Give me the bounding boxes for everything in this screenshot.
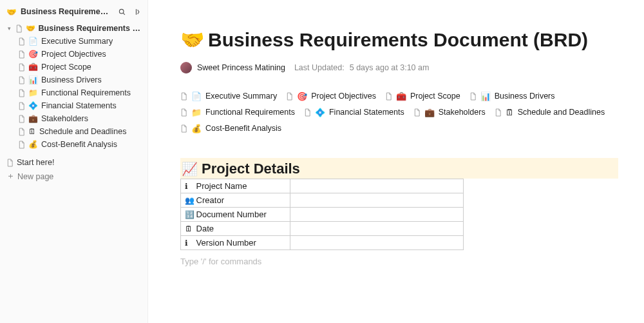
page-label: Project Objectives	[41, 50, 106, 59]
subpage-chips: 📄Executive Summary🎯Project Objectives🧰Pr…	[180, 92, 618, 133]
sidebar-new-page[interactable]: ＋ New page	[3, 169, 145, 184]
sidebar-item[interactable]: 🗓Schedule and Deadlines	[4, 125, 144, 138]
page-icon	[413, 108, 421, 117]
search-icon[interactable]	[117, 6, 127, 17]
page-label: Stakeholders	[41, 114, 88, 123]
chip-label: Financial Statements	[329, 108, 404, 117]
page-title-emoji: 🤝	[180, 29, 204, 52]
subpage-chip[interactable]: 📊Business Drivers	[469, 92, 555, 101]
sidebar: 🤝 Business Requirements Docum… ▾ 🤝 Busin…	[0, 0, 148, 323]
chip-label: Cost-Benefit Analysis	[205, 124, 281, 133]
table-value[interactable]	[290, 235, 464, 250]
page-icon	[385, 92, 392, 101]
svg-line-1	[123, 13, 125, 15]
sidebar-item[interactable]: 🧰Project Scope	[4, 61, 144, 73]
page-icon	[180, 92, 187, 101]
sidebar-flat: Start here! ＋ New page	[3, 156, 145, 184]
table-row: ℹ Version Number	[181, 235, 464, 250]
page-label: Business Requirements Document …	[39, 24, 141, 33]
subpage-chip[interactable]: 📁Functional Requirements	[180, 108, 295, 117]
table-key: ℹ Project Name	[181, 179, 290, 193]
svg-point-0	[119, 9, 124, 14]
subpage-chip[interactable]: 💠Financial Statements	[304, 108, 404, 117]
page-emoji: 🤝	[26, 24, 35, 33]
table-value[interactable]	[290, 207, 464, 221]
author-name[interactable]: Sweet Princess Matining	[197, 63, 285, 72]
page-emoji: 📊	[28, 75, 38, 84]
collapse-icon[interactable]	[131, 6, 141, 17]
page-label: Functional Requirements	[41, 88, 131, 97]
workspace-emoji: 🤝	[6, 7, 17, 17]
chip-label: Business Drivers	[495, 92, 555, 101]
sidebar-item[interactable]: 💠Financial Statements	[4, 99, 144, 112]
page-label: Project Scope	[41, 63, 91, 72]
page-title[interactable]: 🤝 Business Requirements Document (BRD)	[180, 29, 618, 52]
page-icon	[286, 92, 293, 101]
page-icon	[18, 102, 25, 110]
table-key: ℹ Version Number	[181, 235, 290, 250]
sidebar-item[interactable]: 💼Stakeholders	[4, 112, 144, 125]
sidebar-item[interactable]: 📄Executive Summary	[4, 35, 144, 48]
caret-down-icon[interactable]: ▾	[6, 25, 12, 32]
chip-label: Project Scope	[410, 92, 460, 101]
table-value[interactable]	[290, 179, 464, 193]
chip-emoji: 💼	[424, 108, 435, 117]
new-page-label: New page	[17, 172, 53, 181]
page-emoji: 🗓	[28, 127, 36, 136]
chip-emoji: 🎯	[297, 92, 307, 101]
page-icon	[18, 141, 25, 149]
sidebar-item[interactable]: 📊Business Drivers	[4, 73, 144, 86]
page-label: Business Drivers	[41, 75, 102, 84]
subpage-chip[interactable]: 🗓Schedule and Deadlines	[495, 108, 605, 117]
page-icon	[18, 115, 25, 123]
page-emoji: 🧰	[28, 63, 38, 72]
page-icon	[18, 89, 25, 97]
avatar[interactable]	[180, 62, 192, 73]
main-content: 🤝 Business Requirements Document (BRD) S…	[148, 0, 644, 323]
page-emoji: 💼	[28, 114, 38, 123]
page-title-text: Business Requirements Document (BRD)	[208, 29, 588, 52]
sidebar-item[interactable]: 🎯Project Objectives	[4, 48, 144, 61]
sidebar-item[interactable]: 💰Cost-Benefit Analysis	[4, 138, 144, 151]
updated-label: Last Updated:	[294, 63, 345, 72]
section-emoji: 📈	[182, 161, 198, 177]
table-row: 🗓 Date	[181, 221, 464, 235]
sidebar-item[interactable]: 📁Functional Requirements	[4, 86, 144, 99]
byline: Sweet Princess Matining Last Updated: 5 …	[180, 62, 618, 73]
field-icon: ℹ	[185, 182, 194, 191]
plus-icon: ＋	[6, 171, 14, 182]
page-icon	[18, 50, 25, 59]
table-value[interactable]	[290, 193, 464, 207]
subpage-chip[interactable]: 🧰Project Scope	[385, 92, 460, 101]
editor-placeholder[interactable]: Type '/' for commands	[180, 257, 618, 266]
page-emoji: 📄	[28, 37, 38, 46]
chip-emoji: 💠	[315, 108, 325, 117]
workspace-title[interactable]: Business Requirements Docum…	[21, 7, 113, 16]
subpage-chip[interactable]: 💼Stakeholders	[413, 108, 486, 117]
sidebar-root-item[interactable]: ▾ 🤝 Business Requirements Document …	[4, 22, 144, 35]
chip-emoji: 🧰	[396, 92, 406, 101]
page-emoji: 💰	[28, 140, 38, 149]
chip-emoji: 📄	[191, 92, 202, 101]
chip-label: Stakeholders	[439, 108, 486, 117]
chip-label: Schedule and Deadlines	[518, 108, 605, 117]
page-icon	[469, 92, 477, 101]
page-icon	[18, 76, 25, 84]
table-row: ℹ Project Name	[181, 179, 464, 193]
page-label: Schedule and Deadlines	[39, 127, 127, 136]
page-emoji: 📁	[28, 88, 38, 97]
sidebar-header: 🤝 Business Requirements Docum…	[3, 4, 145, 22]
chip-emoji: 📊	[480, 92, 491, 101]
chip-label: Executive Summary	[205, 92, 277, 101]
page-icon	[6, 159, 14, 167]
table-row: 👥 Creator	[181, 193, 464, 207]
subpage-chip[interactable]: 💰Cost-Benefit Analysis	[180, 124, 281, 133]
chip-label: Project Objectives	[311, 92, 376, 101]
table-value[interactable]	[290, 221, 464, 235]
sidebar-item-start-here[interactable]: Start here!	[3, 156, 145, 169]
table-row: 🔢 Document Number	[181, 207, 464, 221]
field-icon: 🔢	[185, 210, 194, 219]
page-label: Start here!	[17, 158, 54, 167]
subpage-chip[interactable]: 📄Executive Summary	[180, 92, 277, 101]
subpage-chip[interactable]: 🎯Project Objectives	[286, 92, 376, 101]
